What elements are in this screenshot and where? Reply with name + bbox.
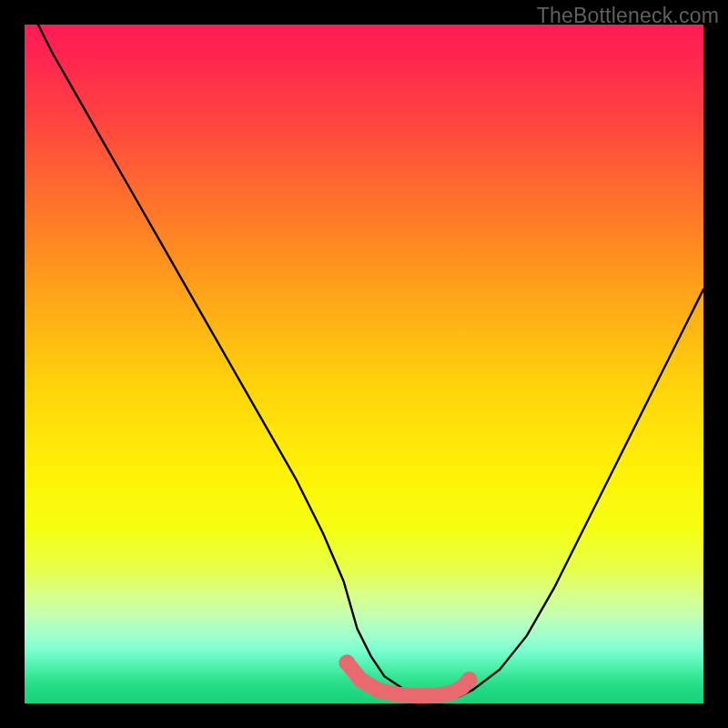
optimal-end-dot (339, 654, 355, 671)
bottleneck-curve (25, 0, 703, 696)
optimal-region (339, 654, 477, 696)
chart-frame: TheBottleneck.com (0, 0, 728, 728)
optimal-end-dot (461, 672, 478, 688)
watermark-text: TheBottleneck.com (537, 4, 719, 28)
plot-area (25, 25, 703, 703)
chart-svg (25, 25, 703, 703)
